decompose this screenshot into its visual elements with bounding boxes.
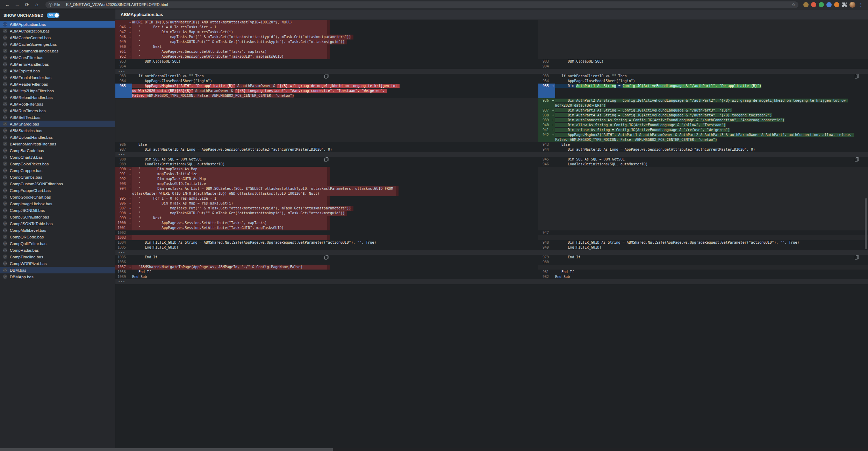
sidebar-item-abmauthorization-bas[interactable]: </>ABMAuthorization.bas — [0, 28, 115, 34]
file-name: ABMCommandHandler.bas — [10, 49, 58, 53]
sidebar-item-compjsontotable-bas[interactable]: </>CompJSONToTable.bas — [0, 220, 115, 227]
diff-row: 1001- ' AppPage.ws.Session.SetAttribute(… — [115, 226, 868, 230]
file-name: CompChartJS.bas — [10, 155, 43, 159]
file-code-icon: </> — [3, 241, 7, 246]
copy-button[interactable] — [855, 157, 859, 162]
sidebar-item-abmshared-bas[interactable]: </>ABMShared.bas — [0, 121, 115, 127]
extension-icon-1[interactable] — [803, 2, 809, 7]
diff-row: 937+ Dim AuthPart3 As String = Config.JG… — [115, 108, 868, 113]
diff-cell-left: 999- ' Next — [115, 216, 538, 221]
sidebar-item-abmreloadhandler-bas[interactable]: </>ABMReloadHandler.bas — [0, 94, 115, 101]
line-number: 948 — [115, 35, 128, 40]
extension-icon-5[interactable] — [834, 2, 839, 7]
sidebar-item-compmultilevel-bas[interactable]: </>CompMultiLevel.bas — [0, 227, 115, 234]
sidebar-item-compjsoneditor-bas[interactable]: </>CompJSONEditor.bas — [0, 214, 115, 220]
sidebar-item-compbarcode-bas[interactable]: </>CompBarCode.bas — [0, 147, 115, 154]
sidebar-item-compcrumbs-bas[interactable]: </>CompCrumbs.bas — [0, 174, 115, 180]
sidebar-item-compcropper-bas[interactable]: </>CompCropper.bas — [0, 167, 115, 174]
diff-row: 985- AppPage.Msgbox2("AUTH", "De applica… — [115, 84, 868, 98]
sidebar-item-abmcommandhandler-bas[interactable]: </>ABMCommandHandler.bas — [0, 48, 115, 54]
diff-cell-right: 936+ Dim AuthPart2 As String = Config.JG… — [538, 98, 868, 108]
code-text: ' mapTasks.Put("" & mTask.Get("ottaskmst… — [132, 206, 353, 211]
sidebar-item-abmapplication-bas[interactable]: </>ABMApplication.bas — [0, 21, 115, 28]
diff-cell-right — [538, 44, 868, 49]
extension-icon-2[interactable] — [811, 2, 816, 7]
sidebar-item-abmstatistics-bas[interactable]: </>ABMStatistics.bas — [0, 127, 115, 134]
sidebar-item-abmcachescavenger-bas[interactable]: </>ABMCacheScavenger.bas — [0, 41, 115, 48]
extensions-puzzle-icon[interactable] — [842, 2, 847, 7]
sidebar-item-abmerrorhandler-bas[interactable]: </>ABMErrorHandler.bas — [0, 61, 115, 67]
diff-marker: - — [128, 84, 132, 98]
sidebar-item-dbmapp-bas[interactable]: </>DBMApp.bas — [0, 273, 115, 280]
diff-cell-left: 946- ' For i = 0 To resTasks.Size - 1 — [115, 25, 538, 30]
line-number: 946 — [538, 162, 551, 167]
sidebar-item-abmfroalahandler-bas[interactable]: </>ABMFroalaHandler.bas — [0, 74, 115, 81]
diff-marker: - — [128, 235, 132, 240]
vertical-scrollbar-thumb[interactable] — [865, 198, 867, 249]
page-title: ABMApplication.bas — [121, 12, 163, 17]
home-icon[interactable]: ⌂ — [33, 1, 41, 8]
file-code-icon: </> — [3, 168, 7, 173]
diff-row: 1005 Log(FILTER_GUID)949 Log(FILTER_GUID… — [115, 245, 868, 250]
sidebar-item-abmrootfilter-bas[interactable]: </>ABMRootFilter.bas — [0, 101, 115, 107]
diff-row: 1035 End If979 End If — [115, 255, 868, 260]
extensions-cluster: ⋮ — [803, 2, 865, 8]
address-bar[interactable]: i File K:/_ONETWO_VC/Work2020/SINCELASTD… — [45, 1, 798, 8]
sidebar-item-abmselftest-bas[interactable]: </>ABMSelfTest.bas — [0, 114, 115, 121]
sidebar-item-compqrcode-bas[interactable]: </>CompQRCode.bas — [0, 234, 115, 240]
sidebar-item-dbm-bas[interactable]: </>DBM.bas — [0, 267, 115, 273]
line-number: 949 — [538, 245, 551, 250]
menu-kebab-icon[interactable]: ⋮ — [858, 2, 864, 7]
sidebar-item-comptimeline-bas[interactable]: </>CompTimeline.bas — [0, 253, 115, 260]
show-unchanged-toggle[interactable]: ON — [47, 13, 59, 18]
sidebar-item-compradar-bas[interactable]: </>CompRadar.bas — [0, 247, 115, 253]
extension-icon-4[interactable] — [826, 2, 832, 7]
sidebar-item-compchartjs-bas[interactable]: </>CompChartJS.bas — [0, 154, 115, 160]
copy-button[interactable] — [855, 255, 859, 259]
diff-cell-left: 998- ' mapTasksGUID.Put("" & mTask.Get("… — [115, 211, 538, 216]
sidebar-item-compcustomjsoneditor-bas[interactable]: </>CompCustomJSONEditor.bas — [0, 180, 115, 187]
sidebar-item-compquilleditor-bas[interactable]: </>CompQuillEditor.bas — [0, 240, 115, 247]
code-text: Else — [555, 143, 570, 146]
file-code-icon: </> — [3, 122, 7, 126]
diff-cell-right: 982End Sub — [538, 274, 868, 279]
sidebar-item-compfrappechart-bas[interactable]: </>CompFrappeChart.bas — [0, 187, 115, 194]
copy-button[interactable] — [324, 255, 329, 259]
code-line: LoadTaskDefinitions(SQL, authMasterID) — [555, 162, 855, 167]
sidebar-item-abmcachecontrol-bas[interactable]: </>ABMCacheControl.bas — [0, 34, 115, 41]
copy-button[interactable] — [324, 157, 329, 162]
toggle-state-label: ON — [49, 14, 52, 17]
sidebar-item-abmcorsfilter-bas[interactable]: </>ABMCorsFilter.bas — [0, 54, 115, 61]
file-list: </>ABMApplication.bas</>ABMAuthorization… — [0, 21, 115, 448]
sidebar-item-compgooglechart-bas[interactable]: </>CompGoogleChart.bas — [0, 194, 115, 200]
copy-button[interactable] — [324, 74, 329, 78]
sidebar-item-abmuploadhandler-bas[interactable]: </>ABMUploadHandler.bas — [0, 134, 115, 141]
code-text: Dim authConnection As String = Config.JG… — [555, 118, 784, 122]
bookmark-star-icon[interactable]: ☆ — [791, 2, 796, 7]
line-number: 938 — [538, 113, 551, 118]
sidebar-item-abmruntimers-bas[interactable]: </>ABMRunTimers.bas — [0, 107, 115, 114]
file-code-icon: </> — [3, 201, 7, 206]
line-number: 942 — [538, 133, 551, 142]
sidebar-item-compwdrpivot-bas[interactable]: </>CompWDRPivot.bas — [0, 260, 115, 267]
sidebar-item-compcolorpicker-bas[interactable]: </>CompColorPicker.bas — [0, 160, 115, 167]
horizontal-scrollbar[interactable] — [0, 448, 868, 451]
site-info-chip[interactable]: i File — [49, 2, 60, 7]
diff-marker: + — [551, 98, 555, 108]
sidebar-item-abmheaderfilter-bas[interactable]: </>ABMHeaderFilter.bas — [0, 81, 115, 87]
sidebar-item-bananomanifestfilter-bas[interactable]: </>BANanoManifestFilter.bas — [0, 141, 115, 147]
forward-icon[interactable]: → — [13, 1, 21, 8]
profile-avatar[interactable] — [849, 2, 855, 8]
sidebar-item-compimagelitebox-bas[interactable]: </>CompImageLitebox.bas — [0, 200, 115, 207]
back-icon[interactable]: ← — [3, 1, 11, 8]
extension-icon-3[interactable] — [819, 2, 824, 7]
file-name: CompFrappeChart.bas — [10, 188, 51, 193]
copy-button[interactable] — [855, 74, 859, 78]
reload-icon[interactable]: ⟳ — [23, 1, 31, 8]
sidebar-item-compjsondiff-bas[interactable]: </>CompJSONDiff.bas — [0, 207, 115, 214]
sidebar-item-abmhttp2httpsfilter-bas[interactable]: </>ABMHttp2HttpsFilter.bas — [0, 87, 115, 94]
line-number: 999 — [115, 216, 128, 221]
diff-cell-left: 987 Dim authMasterID As Long = AppPage.w… — [115, 147, 538, 152]
horizontal-scrollbar-thumb[interactable] — [0, 448, 333, 451]
sidebar-item-abmexpired-bas[interactable]: </>ABMExpired.bas — [0, 67, 115, 74]
